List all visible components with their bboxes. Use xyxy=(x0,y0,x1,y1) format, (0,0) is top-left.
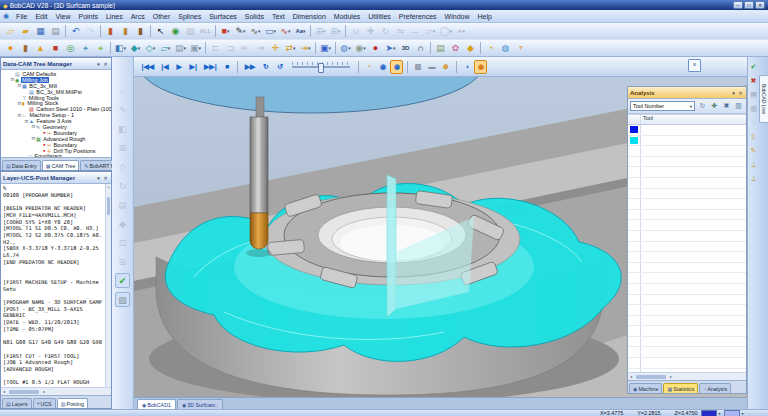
strip-hole-icon[interactable]: ⊡ xyxy=(115,235,130,250)
grid-button[interactable]: ⊞▾ xyxy=(329,24,343,38)
menu-utilities[interactable]: Utilities xyxy=(364,12,395,21)
mirror-button[interactable]: ⇋ xyxy=(394,24,408,38)
strip-sketch-icon[interactable]: ✎ xyxy=(115,102,130,117)
close-icon[interactable]: ✕ xyxy=(737,90,744,96)
verify-ok-icon[interactable]: ✔ xyxy=(748,61,759,72)
align-top-button[interactable]: ⇤ xyxy=(239,41,253,55)
analysis-add-button[interactable]: ✚ xyxy=(709,101,720,112)
tab-statistics[interactable]: ▦Statistics xyxy=(663,383,698,393)
table-row[interactable] xyxy=(628,189,746,200)
line-color-swatch[interactable] xyxy=(701,410,717,416)
menu-file[interactable]: File xyxy=(12,12,31,21)
dim-vertical-button[interactable]: ⇄▾ xyxy=(284,41,298,55)
view-list-button[interactable]: ▤▾ xyxy=(174,41,188,55)
strip-ok-button[interactable]: ✔ xyxy=(115,273,130,288)
close-icon[interactable]: ✕ xyxy=(102,175,109,181)
eraser-button[interactable]: ▨ xyxy=(411,60,424,74)
settings-button[interactable]: ⊗ xyxy=(439,60,452,74)
verify-cancel-icon[interactable]: ✖ xyxy=(748,75,759,86)
mode-3d-button[interactable]: 3D xyxy=(399,41,413,55)
scale-button[interactable]: ↔ xyxy=(409,24,423,38)
menu-edit[interactable]: Edit xyxy=(31,12,51,21)
linestyle-button[interactable]: ∿▾ xyxy=(249,24,263,38)
maximize-button[interactable]: □ xyxy=(744,1,754,9)
pen-button[interactable]: ✎▾ xyxy=(234,24,248,38)
menu-modules[interactable]: Modules xyxy=(330,12,364,21)
viewport-close-button[interactable]: x xyxy=(688,59,701,72)
table-row[interactable] xyxy=(628,157,746,168)
pin-icon[interactable]: ▾ xyxy=(95,175,102,181)
redo-button[interactable]: ↷ xyxy=(84,24,98,38)
table-row[interactable] xyxy=(628,178,746,189)
show-stock-toggle[interactable]: ◉ xyxy=(390,60,403,74)
solid-display-button[interactable]: ▣▾ xyxy=(319,41,333,55)
table-row[interactable] xyxy=(628,295,746,306)
award-button[interactable]: ◆ xyxy=(464,41,478,55)
texture-button[interactable]: ◉▾ xyxy=(354,41,368,55)
scroll-left-icon[interactable]: ◂ xyxy=(628,374,634,379)
dim-horizontal-button[interactable]: ✛ xyxy=(269,41,283,55)
align-left-button[interactable]: ⊏ xyxy=(209,41,223,55)
align-bottom-button[interactable]: ⇥ xyxy=(254,41,268,55)
clamp-2-icon[interactable]: ⊥ xyxy=(748,173,759,184)
stop-button[interactable]: ■ xyxy=(221,60,234,74)
table-row[interactable] xyxy=(628,263,746,274)
view-shaded-button[interactable]: ◆▾ xyxy=(129,41,143,55)
dropdown-caret-icon[interactable]: ▾ xyxy=(741,411,743,416)
bobcad-live-tab[interactable]: BobCAD Live xyxy=(759,75,768,123)
strip-chamfer-icon[interactable]: ◆ xyxy=(115,216,130,231)
menu-window[interactable]: Window xyxy=(441,12,474,21)
menu-help[interactable]: Help xyxy=(474,12,496,21)
analysis-refresh-button[interactable]: ↻ xyxy=(697,101,708,112)
scroll-left-icon[interactable]: ◂ xyxy=(1,389,7,394)
step-back-button[interactable]: |◀ xyxy=(158,60,171,74)
tab-cam-tree[interactable]: ▦CAM Tree xyxy=(42,160,80,170)
table-row[interactable] xyxy=(628,125,746,136)
favorites-button[interactable]: ✿ xyxy=(449,41,463,55)
table-row[interactable] xyxy=(628,347,746,358)
strip-shell-icon[interactable]: ▤ xyxy=(115,197,130,212)
dropdown-caret-icon[interactable]: ▾ xyxy=(718,411,720,416)
table-row[interactable] xyxy=(628,146,746,157)
table-row[interactable] xyxy=(628,316,746,327)
strip-fillet-icon[interactable]: ◇ xyxy=(115,159,130,174)
web-button[interactable]: ◍ xyxy=(499,41,513,55)
strip-home-icon[interactable]: ⌂ xyxy=(115,83,130,98)
table-row[interactable] xyxy=(628,199,746,210)
verify-button[interactable]: ◉ xyxy=(474,60,487,74)
menu-solids[interactable]: Solids xyxy=(241,12,268,21)
render-button[interactable]: ◍▾ xyxy=(339,41,353,55)
help-button[interactable]: ? xyxy=(514,41,528,55)
nc-code-editor[interactable]: ▴ %O0100 [PROGRAM NUMBER] [BEGIN PREDATO… xyxy=(1,184,111,387)
print-button[interactable]: ▤ xyxy=(49,24,63,38)
scroll-right-icon[interactable]: ▸ xyxy=(668,374,674,379)
menu-points[interactable]: Points xyxy=(75,12,102,21)
scroll-thumb[interactable] xyxy=(9,390,39,394)
menu-other[interactable]: Other xyxy=(149,12,175,21)
cube-button[interactable]: ■ xyxy=(49,41,63,55)
go-start-button[interactable]: |◀◀ xyxy=(139,60,158,74)
document-tab-bobcad1[interactable]: ◉BobCAD1 xyxy=(137,399,176,409)
select-button[interactable]: ↖ xyxy=(154,24,168,38)
go-end-button[interactable]: ▶▶| xyxy=(201,60,220,74)
break-button[interactable]: ▮ xyxy=(134,24,148,38)
magnet-button[interactable]: ∪ xyxy=(349,24,363,38)
tab-posting[interactable]: ▥Posting xyxy=(57,398,88,408)
repeat-cw-button[interactable]: ↻ xyxy=(259,60,272,74)
align-right-button[interactable]: ⊐ xyxy=(224,41,238,55)
scroll-up-icon[interactable]: ▴ xyxy=(107,184,109,189)
play-button[interactable]: ▶ xyxy=(173,60,186,74)
table-row[interactable] xyxy=(628,305,746,316)
clamp-1-icon[interactable]: ⊥ xyxy=(748,159,759,170)
annotate-icon[interactable]: ✎ xyxy=(748,145,759,156)
rotate-button[interactable]: ↻ xyxy=(379,24,393,38)
view-plane-button[interactable]: ▱▾ xyxy=(159,41,173,55)
menu-dimension[interactable]: Dimension xyxy=(289,12,330,21)
trim-button[interactable]: ▮ xyxy=(119,24,133,38)
scroll-thumb[interactable] xyxy=(107,197,110,215)
menu-view[interactable]: View xyxy=(51,12,74,21)
table-row[interactable] xyxy=(628,252,746,263)
view-box-button[interactable]: ▣▾ xyxy=(189,41,203,55)
fill-color-swatch[interactable] xyxy=(724,410,740,416)
link-button[interactable]: ⊞▾ xyxy=(314,24,328,38)
